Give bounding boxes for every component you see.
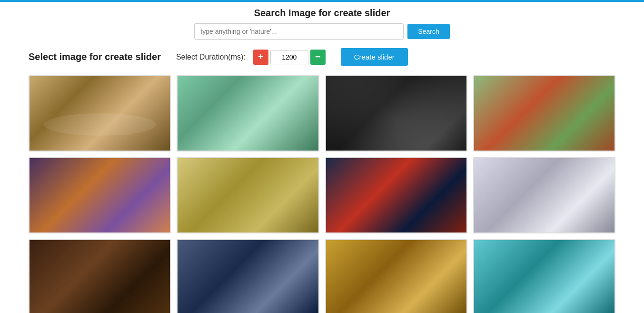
image-cell-4[interactable] — [473, 75, 615, 151]
controls-row: Select image for create slider Select Du… — [0, 48, 644, 66]
image-cell-3[interactable] — [325, 75, 467, 151]
search-input[interactable] — [194, 23, 404, 40]
image-cell-5[interactable] — [29, 157, 171, 233]
image-cell-7[interactable] — [325, 157, 467, 233]
image-cell-11[interactable] — [325, 239, 467, 313]
images-grid — [0, 75, 644, 313]
duration-input[interactable] — [270, 50, 308, 64]
image-cell-10[interactable] — [177, 239, 319, 313]
image-cell-12[interactable] — [473, 239, 615, 313]
increment-duration-button[interactable]: + — [253, 50, 268, 65]
search-row: Search — [0, 23, 644, 40]
select-image-label: Select image for create slider — [29, 51, 161, 62]
page-title: Search Image for create slider — [0, 2, 644, 23]
duration-controls: + − — [253, 50, 326, 65]
image-cell-6[interactable] — [177, 157, 319, 233]
create-slider-button[interactable]: Create slider — [341, 48, 408, 66]
image-cell-2[interactable] — [177, 75, 319, 151]
image-cell-1[interactable] — [29, 75, 171, 151]
search-button[interactable]: Search — [407, 24, 449, 39]
image-cell-8[interactable] — [473, 157, 615, 233]
duration-label: Select Duration(ms): — [176, 53, 246, 61]
image-cell-9[interactable] — [29, 239, 171, 313]
decrement-duration-button[interactable]: − — [310, 50, 326, 65]
